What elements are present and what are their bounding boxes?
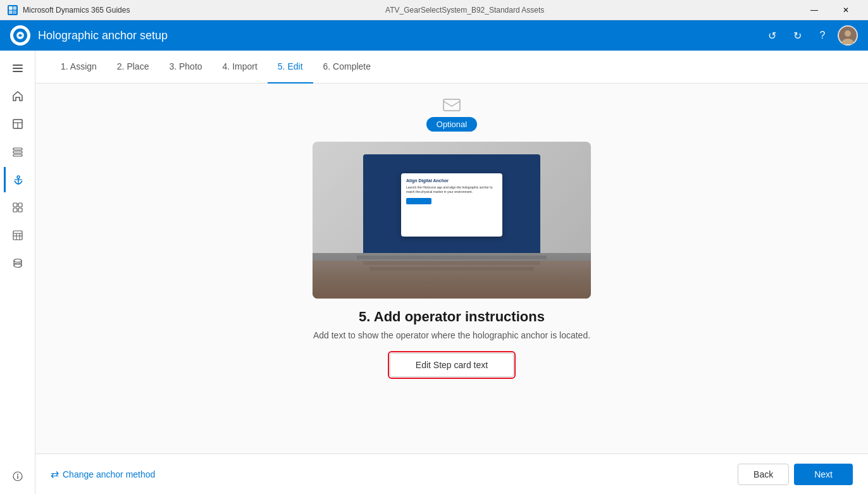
change-anchor-label: Change anchor method xyxy=(63,469,155,479)
table-icon xyxy=(12,230,23,241)
svg-rect-3 xyxy=(13,10,17,14)
sidebar-item-home[interactable] xyxy=(5,83,30,109)
file-name: ATV_GearSelectSystem_B92_Standard Assets xyxy=(385,6,544,15)
change-anchor-button[interactable]: ⇄ Change anchor method xyxy=(51,468,155,480)
step-content: Optional Align Digital Anchor Launch the… xyxy=(35,83,868,454)
dialog-button xyxy=(406,198,431,204)
next-button[interactable]: Next xyxy=(794,464,853,485)
tab-place[interactable]: 2. Place xyxy=(107,51,159,83)
sidebar-item-grid[interactable] xyxy=(5,195,30,220)
svg-point-26 xyxy=(14,259,22,262)
sidebar-item-info[interactable] xyxy=(5,464,30,489)
header: Holographic anchor setup ↺ ↻ ? xyxy=(0,20,868,51)
svg-rect-18 xyxy=(18,203,22,207)
laptop-dialog: Align Digital Anchor Launch the HoloLens… xyxy=(401,173,502,237)
svg-rect-21 xyxy=(13,231,22,240)
tab-edit[interactable]: 5. Edit xyxy=(268,51,313,83)
sidebar-item-steps[interactable] xyxy=(5,139,30,164)
svg-rect-1 xyxy=(13,6,17,10)
edit-step-card-button[interactable]: Edit Step card text xyxy=(390,353,514,377)
dynamics-logo xyxy=(10,25,30,46)
svg-rect-31 xyxy=(443,99,460,111)
header-title: Holographic anchor setup xyxy=(38,29,168,42)
header-left: Holographic anchor setup xyxy=(10,25,168,46)
anchor-icon xyxy=(13,174,24,185)
edit-button-container: Edit Step card text xyxy=(390,353,514,377)
main-layout: 1. Assign 2. Place 3. Photo 4. Import 5.… xyxy=(0,51,868,494)
svg-rect-11 xyxy=(13,148,22,150)
back-button[interactable]: Back xyxy=(738,464,789,485)
svg-rect-0 xyxy=(9,6,13,10)
svg-point-14 xyxy=(17,176,20,178)
titlebar: Microsoft Dynamics 365 Guides ATV_GearSe… xyxy=(0,0,868,20)
layout-icon xyxy=(12,118,23,130)
tabs-container: 1. Assign 2. Place 3. Photo 4. Import 5.… xyxy=(35,51,868,83)
svg-point-30 xyxy=(17,474,18,475)
content-area: 1. Assign 2. Place 3. Photo 4. Import 5.… xyxy=(35,51,868,494)
sidebar xyxy=(0,51,35,494)
optional-container: Optional xyxy=(426,99,477,132)
close-button[interactable]: ✕ xyxy=(831,0,860,20)
svg-rect-13 xyxy=(13,154,22,156)
titlebar-left: Microsoft Dynamics 365 Guides xyxy=(8,5,130,15)
svg-rect-2 xyxy=(9,10,13,14)
laptop-illustration: Align Digital Anchor Launch the HoloLens… xyxy=(313,142,591,299)
footer: ⇄ Change anchor method Back Next xyxy=(35,454,868,494)
sidebar-item-table[interactable] xyxy=(5,223,30,248)
header-right: ↺ ↻ ? xyxy=(762,25,858,46)
tab-import[interactable]: 4. Import xyxy=(213,51,268,83)
info-icon xyxy=(12,471,23,482)
grid-icon xyxy=(12,202,23,213)
svg-rect-19 xyxy=(13,208,17,212)
help-button[interactable]: ? xyxy=(812,25,833,46)
email-icon xyxy=(443,99,461,114)
sidebar-item-database[interactable] xyxy=(5,250,30,276)
redo-button[interactable]: ↻ xyxy=(787,25,807,46)
hands-overlay xyxy=(313,261,591,299)
tab-complete[interactable]: 6. Complete xyxy=(313,51,381,83)
footer-right: Back Next xyxy=(738,464,853,485)
steps-icon xyxy=(12,146,23,157)
svg-rect-17 xyxy=(13,203,17,207)
optional-badge: Optional xyxy=(426,117,477,132)
svg-rect-12 xyxy=(13,151,22,153)
minimize-button[interactable]: — xyxy=(800,0,829,20)
window-controls: — ✕ xyxy=(800,0,860,20)
svg-point-27 xyxy=(14,264,22,268)
instruction-description: Add text to show the operator where the … xyxy=(313,330,590,340)
svg-rect-20 xyxy=(18,208,22,212)
sidebar-item-layout[interactable] xyxy=(5,111,30,137)
instruction-title: 5. Add operator instructions xyxy=(359,309,545,325)
laptop-screen: Align Digital Anchor Launch the HoloLens… xyxy=(363,154,540,256)
tab-photo[interactable]: 3. Photo xyxy=(159,51,212,83)
app-logo-icon xyxy=(8,5,18,15)
app-name: Microsoft Dynamics 365 Guides xyxy=(23,6,130,15)
dialog-title: Align Digital Anchor xyxy=(406,178,497,183)
sidebar-item-menu[interactable] xyxy=(5,56,30,81)
sidebar-bottom xyxy=(5,464,30,494)
database-icon xyxy=(12,257,23,269)
dialog-text: Launch the HoloLens app and align the ho… xyxy=(406,185,497,194)
home-icon xyxy=(12,90,23,102)
tab-assign[interactable]: 1. Assign xyxy=(51,51,107,83)
sidebar-item-anchor[interactable] xyxy=(4,167,32,192)
user-avatar[interactable] xyxy=(838,25,858,46)
change-anchor-icon: ⇄ xyxy=(51,468,59,480)
svg-point-6 xyxy=(845,30,851,37)
menu-icon xyxy=(13,65,23,72)
undo-button[interactable]: ↺ xyxy=(762,25,782,46)
